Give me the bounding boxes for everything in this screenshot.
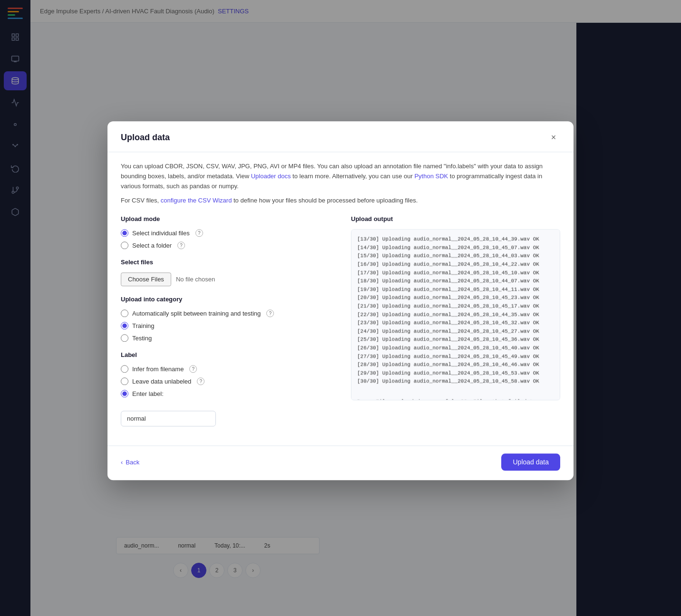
python-sdk-link[interactable]: Python SDK bbox=[414, 173, 448, 180]
back-button[interactable]: ‹ Back bbox=[121, 459, 139, 466]
label-radio-group: Infer from filename ? Leave data unlabel… bbox=[121, 365, 340, 397]
infer-filename-label[interactable]: Infer from filename ? bbox=[121, 365, 340, 373]
modal-close-button[interactable]: × bbox=[547, 131, 560, 144]
log-line: [26/30] Uploading audio_normal__2024_05_… bbox=[357, 344, 554, 353]
auto-split-label[interactable]: Automatically split between training and… bbox=[121, 309, 340, 317]
log-line: [19/30] Uploading audio_normal__2024_05_… bbox=[357, 286, 554, 294]
upload-output-log[interactable]: [13/30] Uploading audio_normal__2024_05_… bbox=[351, 229, 560, 400]
modal-header: Upload data × bbox=[107, 121, 574, 152]
no-file-text: No file chosen bbox=[176, 276, 215, 283]
done-line: Done. Files uploaded successful: 30. Fil… bbox=[357, 390, 554, 400]
info-text: You can upload CBOR, JSON, CSV, WAV, JPG… bbox=[121, 162, 560, 191]
log-line: [17/30] Uploading audio_normal__2024_05_… bbox=[357, 269, 554, 278]
unlabeled-help-icon[interactable]: ? bbox=[197, 377, 204, 385]
upload-modal: Upload data × You can upload CBOR, JSON,… bbox=[107, 121, 574, 480]
infer-help-icon[interactable]: ? bbox=[189, 365, 197, 373]
log-line: [24/30] Uploading audio_normal__2024_05_… bbox=[357, 327, 554, 336]
label-title: Label bbox=[121, 351, 340, 358]
uploader-docs-link[interactable]: Uploader docs bbox=[251, 173, 291, 180]
modal-footer: ‹ Back Upload data bbox=[107, 445, 574, 480]
select-individual-radio[interactable] bbox=[121, 229, 128, 237]
upload-category-section: Upload into category Automatically split… bbox=[121, 296, 340, 342]
back-arrow-icon: ‹ bbox=[121, 459, 123, 466]
auto-split-help-icon[interactable]: ? bbox=[266, 309, 274, 317]
upload-output-title: Upload output bbox=[351, 215, 560, 222]
log-line: [15/30] Uploading audio_normal__2024_05_… bbox=[357, 252, 554, 261]
upload-mode-title: Upload mode bbox=[121, 215, 340, 222]
upload-output-section: Upload output [13/30] Uploading audio_no… bbox=[351, 215, 560, 436]
log-line: [22/30] Uploading audio_normal__2024_05_… bbox=[357, 311, 554, 319]
auto-split-radio[interactable] bbox=[121, 309, 128, 317]
log-line: [16/30] Uploading audio_normal__2024_05_… bbox=[357, 260, 554, 269]
upload-mode-radio-group: Select individual files ? Select a folde… bbox=[121, 229, 340, 249]
upload-data-button[interactable]: Upload data bbox=[501, 453, 560, 471]
csv-wizard-link[interactable]: configure the CSV Wizard bbox=[161, 197, 232, 204]
enter-label-label[interactable]: Enter label: bbox=[121, 390, 340, 397]
file-input-row: Choose Files No file chosen bbox=[121, 272, 340, 286]
log-line: [13/30] Uploading audio_normal__2024_05_… bbox=[357, 235, 554, 244]
leave-unlabeled-radio[interactable] bbox=[121, 377, 128, 385]
modal-title: Upload data bbox=[121, 133, 170, 143]
modal-left-column: Upload mode Select individual files ? Se… bbox=[121, 215, 340, 436]
log-line: [23/30] Uploading audio_normal__2024_05_… bbox=[357, 319, 554, 327]
leave-unlabeled-label[interactable]: Leave data unlabeled ? bbox=[121, 377, 340, 385]
csv-text: For CSV files, configure the CSV Wizard … bbox=[121, 196, 560, 206]
upload-mode-section: Upload mode Select individual files ? Se… bbox=[121, 215, 340, 249]
select-files-section: Select files Choose Files No file chosen bbox=[121, 259, 340, 286]
log-line: [27/30] Uploading audio_normal__2024_05_… bbox=[357, 353, 554, 361]
select-folder-label[interactable]: Select a folder ? bbox=[121, 241, 340, 249]
select-individual-help-icon[interactable]: ? bbox=[195, 229, 203, 237]
log-line: [29/30] Uploading audio_normal__2024_05_… bbox=[357, 369, 554, 378]
testing-radio[interactable] bbox=[121, 334, 128, 342]
select-individual-label[interactable]: Select individual files ? bbox=[121, 229, 340, 237]
select-folder-help-icon[interactable]: ? bbox=[177, 241, 185, 249]
upload-category-title: Upload into category bbox=[121, 296, 340, 303]
log-line: [14/30] Uploading audio_normal__2024_05_… bbox=[357, 244, 554, 252]
log-line: [18/30] Uploading audio_normal__2024_05_… bbox=[357, 277, 554, 286]
log-line: [25/30] Uploading audio_normal__2024_05_… bbox=[357, 336, 554, 345]
modal-columns: Upload mode Select individual files ? Se… bbox=[121, 215, 560, 436]
log-line: [28/30] Uploading audio_normal__2024_05_… bbox=[357, 361, 554, 369]
infer-filename-radio[interactable] bbox=[121, 365, 128, 373]
select-files-title: Select files bbox=[121, 259, 340, 266]
log-line: [20/30] Uploading audio_normal__2024_05_… bbox=[357, 294, 554, 303]
testing-label[interactable]: Testing bbox=[121, 334, 340, 342]
label-input[interactable] bbox=[121, 411, 216, 426]
training-label[interactable]: Training bbox=[121, 322, 340, 329]
category-radio-group: Automatically split between training and… bbox=[121, 309, 340, 342]
label-section: Label Infer from filename ? Leave data u… bbox=[121, 351, 340, 426]
training-radio[interactable] bbox=[121, 322, 128, 329]
choose-files-button[interactable]: Choose Files bbox=[121, 272, 171, 286]
log-line: [21/30] Uploading audio_normal__2024_05_… bbox=[357, 302, 554, 311]
modal-body: You can upload CBOR, JSON, CSV, WAV, JPG… bbox=[107, 152, 574, 445]
log-line: [30/30] Uploading audio_normal__2024_05_… bbox=[357, 378, 554, 386]
enter-label-radio[interactable] bbox=[121, 390, 128, 397]
select-folder-radio[interactable] bbox=[121, 241, 128, 249]
